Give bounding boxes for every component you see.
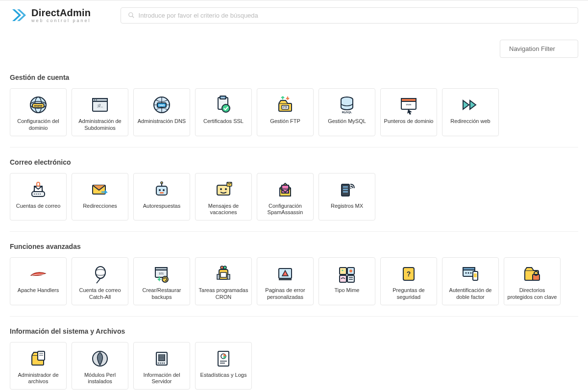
tile-label: Certificados SSL — [203, 118, 244, 125]
subdomain-icon — [90, 95, 110, 115]
ftp-icon — [275, 95, 295, 115]
section-title: Información del sistema y Archivos — [10, 327, 578, 335]
section-2: Funciones avanzadasApache HandlersCuenta… — [10, 243, 578, 305]
mail-accounts-icon — [28, 179, 49, 200]
tile-security-q[interactable]: Preguntas de seguridad — [380, 257, 437, 305]
tile-vacation[interactable]: Mensajes de vacaciones — [195, 173, 252, 221]
tile-cron[interactable]: Tareas programadas CRON — [195, 257, 252, 305]
tile-label: Crear/Restaurar backups — [137, 287, 187, 301]
section-title: Gestión de cuenta — [10, 74, 578, 81]
brand-logo[interactable]: DirectAdmin web control panel — [10, 6, 91, 24]
tile-label: Cuenta de correo Catch-All — [75, 287, 125, 301]
tile-redirect[interactable]: Redirección web — [442, 88, 499, 136]
tile-label: Paginas de error personalizadas — [260, 287, 310, 301]
tile-globe-www[interactable]: Configuración del dominio — [10, 88, 67, 136]
autoresponder-icon — [151, 179, 172, 200]
tile-label: Administración DNS — [138, 118, 186, 125]
tile-label: Módulos Perl instalados — [75, 372, 125, 386]
brand-subtitle: web control panel — [31, 19, 91, 23]
perl-icon — [90, 348, 110, 369]
tile-label: Autentificación de doble factor — [445, 287, 495, 301]
filemgr-icon — [28, 348, 49, 369]
tile-label: Administrador de archivos — [13, 372, 63, 386]
section-divider — [10, 147, 578, 147]
tile-dns-globe[interactable]: Administración DNS — [133, 88, 190, 136]
tile-mail-accounts[interactable]: Cuentas de correo — [10, 173, 67, 221]
tile-label: Autorespuestas — [143, 203, 180, 210]
search-bar[interactable] — [121, 7, 578, 24]
tile-mail-forward[interactable]: Redirecciones — [72, 173, 128, 221]
tile-error-page[interactable]: Paginas de error personalizadas — [257, 257, 314, 305]
tile-label: Cuentas de correo — [16, 203, 61, 210]
tile-label: Punteros de dominio — [384, 118, 434, 125]
tile-label: Configuración SpamAssassin — [260, 203, 310, 217]
2fa-icon — [460, 264, 481, 284]
section-divider — [10, 316, 578, 317]
section-title: Correo electrónico — [10, 158, 578, 166]
tile-autoresponder[interactable]: Autorespuestas — [133, 173, 190, 221]
vacation-icon — [213, 179, 234, 200]
mysql-icon — [337, 95, 357, 115]
tile-perl[interactable]: Módulos Perl instalados — [72, 342, 128, 390]
tile-label: Estadísticas y Logs — [200, 372, 247, 379]
tile-mime[interactable]: Tipo Mime — [318, 257, 375, 305]
tile-server-info[interactable]: Información del Servidor — [133, 342, 190, 390]
tile-mx[interactable]: Registros MX — [318, 173, 375, 221]
brand-title: DirectAdmin — [31, 8, 91, 18]
tile-backup[interactable]: Crear/Restaurar backups — [133, 257, 190, 305]
spam-icon — [275, 179, 295, 200]
catchall-icon — [90, 264, 110, 284]
navigation-filter[interactable]: Navigation Filter — [500, 40, 578, 58]
tile-catchall[interactable]: Cuenta de correo Catch-All — [72, 257, 128, 305]
tile-label: Apache Handlers — [18, 287, 59, 294]
section-0: Gestión de cuentaConfiguración del domin… — [10, 74, 578, 136]
tile-label: Tipo Mime — [335, 287, 360, 294]
svg-line-1 — [132, 16, 134, 18]
tile-label: Tareas programadas CRON — [198, 287, 248, 301]
tile-label: Configuración del dominio — [13, 118, 63, 132]
protected-dir-icon — [522, 264, 542, 284]
stats-icon — [213, 348, 234, 369]
dns-globe-icon — [151, 95, 172, 115]
tile-apache[interactable]: Apache Handlers — [10, 257, 67, 305]
tile-label: Administración de Subdominios — [75, 118, 125, 132]
ssl-cert-icon — [213, 95, 234, 115]
tile-pointer[interactable]: Punteros de dominio — [380, 88, 437, 136]
tile-spam[interactable]: Configuración SpamAssassin — [257, 173, 314, 221]
header: DirectAdmin web control panel — [0, 0, 588, 30]
tile-protected-dir[interactable]: Directorios protegidos con clave — [504, 257, 561, 305]
tile-2fa[interactable]: Autentificación de doble factor — [442, 257, 499, 305]
tile-ssl-cert[interactable]: Certificados SSL — [195, 88, 252, 136]
tile-label: Gestión FTP — [270, 118, 300, 125]
mx-icon — [337, 179, 357, 200]
tile-subdomain[interactable]: Administración de Subdominios — [72, 88, 128, 136]
server-info-icon — [151, 348, 172, 369]
tile-filemgr[interactable]: Administrador de archivos — [10, 342, 67, 390]
search-input[interactable] — [139, 12, 571, 19]
section-3: Información del sistema y ArchivosAdmini… — [10, 327, 578, 390]
tile-stats[interactable]: Estadísticas y Logs — [195, 342, 252, 390]
tile-label: Directorios protegidos con clave — [507, 287, 557, 301]
cron-icon — [213, 264, 234, 284]
tile-label: Mensajes de vacaciones — [198, 203, 248, 217]
pointer-icon — [398, 95, 419, 115]
mail-forward-icon — [90, 179, 110, 200]
error-page-icon — [275, 264, 295, 284]
mime-icon — [337, 264, 357, 284]
tile-mysql[interactable]: Gestión MySQL — [318, 88, 375, 136]
logo-chevrons-icon — [10, 6, 27, 24]
globe-www-icon — [28, 95, 49, 115]
apache-icon — [28, 264, 49, 284]
section-divider — [10, 231, 578, 232]
tile-label: Redirección web — [450, 118, 490, 125]
redirect-icon — [460, 95, 481, 115]
search-icon — [128, 12, 135, 19]
security-q-icon — [398, 264, 419, 284]
svg-point-0 — [128, 13, 132, 17]
tile-label: Información del Servidor — [137, 372, 187, 386]
section-1: Correo electrónicoCuentas de correoRedir… — [10, 158, 578, 221]
backup-icon — [151, 264, 172, 284]
tile-label: Redirecciones — [83, 203, 117, 210]
tile-ftp[interactable]: Gestión FTP — [257, 88, 314, 136]
section-title: Funciones avanzadas — [10, 243, 578, 250]
